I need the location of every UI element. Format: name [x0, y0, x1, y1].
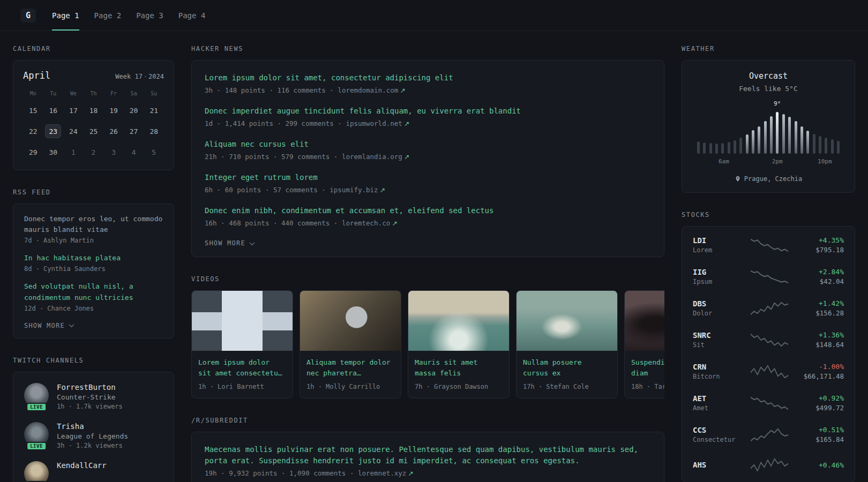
weather-bar — [739, 138, 742, 154]
rss-item-meta: 7d · Ashlyn Martin — [24, 237, 163, 244]
news-item-title[interactable]: Lorem ipsum dolor sit amet, consectetur … — [205, 72, 651, 84]
news-item-meta: 3h · 148 points · 116 comments · loremdo… — [205, 86, 651, 94]
calendar-day: 22 — [25, 124, 41, 138]
channel-name: ForrestBurton — [57, 383, 123, 391]
stock-sparkline — [751, 396, 788, 411]
video-title: Nullam posuere cursus ex — [517, 351, 617, 378]
stock-symbol-block: CCSConsectetur — [693, 426, 744, 443]
hackernews-card: Lorem ipsum dolor sit amet, consectetur … — [191, 60, 664, 257]
calendar-day: 15 — [25, 103, 41, 117]
tab-page-1[interactable]: Page 1 — [52, 0, 79, 31]
external-link-icon: ↗ — [408, 469, 413, 477]
twitch-channel-list: LIVEForrestBurtonCounter-Strike1h · 1.7k… — [24, 383, 163, 482]
stock-row[interactable]: IIGIpsum+2.84%$42.04 — [693, 261, 844, 292]
weather-feels-like: Feels like 5°C — [693, 85, 844, 93]
hackernews-show-more-button[interactable]: SHOW MORE — [205, 239, 254, 247]
channel-info: ForrestBurtonCounter-Strike1h · 1.7k vie… — [57, 383, 123, 410]
stock-row[interactable]: AHS+0.46% — [693, 450, 844, 479]
tab-page-4[interactable]: Page 4 — [178, 0, 206, 31]
stock-change: +1.36% — [795, 331, 844, 339]
tab-page-2[interactable]: Page 2 — [94, 0, 122, 31]
news-item-domain: loremnet.xyz — [358, 469, 406, 477]
stock-ticker: CRN — [693, 363, 744, 371]
news-item-title[interactable]: Donec imperdiet augue tincidunt felis al… — [205, 106, 651, 117]
video-meta: 17h · Stefan Cole — [517, 378, 617, 398]
news-item-domain: loremdomain.com — [338, 86, 398, 94]
stock-price: $42.04 — [795, 277, 844, 285]
video-card[interactable]: Suspendisse diam18h · Tara — [624, 290, 664, 398]
twitch-channel-row[interactable]: LIVEKendallCarr — [24, 461, 163, 482]
rss-item-title[interactable]: In hac habitasse platea — [24, 253, 163, 263]
avatar-wrap: LIVE — [24, 461, 49, 482]
news-item-title[interactable]: Integer eget rutrum lorem — [205, 172, 651, 183]
calendar-day: 23 — [45, 124, 61, 138]
stock-price: $795.18 — [795, 246, 844, 254]
stock-ticker: LDI — [693, 236, 744, 245]
weather-hour-label: 2pm — [772, 158, 783, 165]
subreddit-post-list: Maecenas mollis pulvinar erat non posuer… — [205, 444, 651, 477]
news-item-domain: loremlandia.org — [342, 153, 402, 161]
news-item-title[interactable]: Maecenas mollis pulvinar erat non posuer… — [205, 444, 651, 466]
video-card[interactable]: Nullam posuere cursus ex17h · Stefan Col… — [516, 290, 618, 398]
rss-show-more-button[interactable]: SHOW MORE — [24, 322, 73, 329]
video-card[interactable]: Lorem ipsum dolor sit amet consectetu…1h… — [191, 290, 293, 398]
stock-change: -1.00% — [795, 363, 844, 371]
rss-item-title[interactable]: Donec tempor eros leo, ut commodo mauris… — [24, 214, 163, 235]
weather-bar — [734, 140, 736, 154]
news-item-meta: 1d · 1,414 points · 299 comments · ipsum… — [205, 119, 651, 127]
calendar-day: 17 — [65, 103, 81, 117]
stock-name: Bitcorn — [693, 373, 744, 380]
weather-bar — [697, 141, 700, 154]
twitch-channel-row[interactable]: LIVETrishaLeague of Legends3h · 1.2k vie… — [24, 422, 163, 449]
calendar-day: 24 — [65, 124, 81, 138]
news-item-title[interactable]: Donec enim nibh, condimentum et accumsan… — [205, 205, 651, 216]
stock-row[interactable]: CRNBitcorn-1.00%$66,171.48 — [693, 356, 844, 387]
videos-widget-title: VIDEOS — [191, 275, 664, 283]
stock-name: Consectetur — [693, 436, 744, 443]
calendar-day: 28 — [146, 124, 162, 138]
news-item: Donec imperdiet augue tincidunt felis al… — [205, 106, 651, 127]
stock-row[interactable]: LDILorem+4.35%$795.18 — [693, 229, 844, 261]
stock-ticker: AET — [693, 394, 744, 403]
stock-sparkline — [751, 301, 788, 316]
rss-item-meta: 12d · Chance Jones — [24, 305, 163, 312]
weather-peak-temp-label: 9° — [774, 100, 781, 107]
calendar-day-header: Tu — [50, 91, 56, 96]
news-item-meta: 16h · 468 points · 440 comments · loremt… — [205, 219, 651, 227]
stock-sparkline — [751, 427, 788, 442]
app-logo[interactable]: G — [20, 9, 36, 22]
rss-item: In hac habitasse platea8d · Cynthia Saun… — [24, 253, 163, 273]
rss-item-title[interactable]: Sed volutpat nulla nisl, a condimentum n… — [24, 281, 163, 303]
calendar-day: 25 — [85, 124, 101, 138]
news-item-meta-text: 3h · 148 points · 116 comments · — [205, 86, 338, 94]
stock-row[interactable]: AETAmet+0.92%$499.72 — [693, 387, 844, 419]
twitch-widget: TWITCH CHANNELS LIVEForrestBurtonCounter… — [13, 357, 174, 482]
stocks-widget: STOCKS LDILorem+4.35%$795.18IIGIpsum+2.8… — [682, 211, 855, 482]
news-item-domain: loremtech.co — [342, 219, 390, 227]
news-item-title[interactable]: Aliquam nec cursus elit — [205, 139, 651, 150]
channel-meta: 1h · 1.7k viewers — [57, 403, 123, 410]
avatar-wrap: LIVE — [24, 422, 49, 447]
rss-item-meta: 8d · Cynthia Saunders — [24, 265, 163, 273]
weather-hour-label: 10pm — [818, 158, 832, 165]
weather-bar — [703, 142, 706, 154]
calendar-day-header: Su — [151, 91, 157, 96]
news-item: Lorem ipsum dolor sit amet, consectetur … — [205, 72, 651, 94]
twitch-channel-row[interactable]: LIVEForrestBurtonCounter-Strike1h · 1.7k… — [24, 383, 163, 410]
stock-price: $66,171.48 — [795, 372, 844, 380]
stock-name: Dolor — [693, 310, 744, 317]
stock-change: +1.42% — [795, 299, 844, 307]
video-card-row: Lorem ipsum dolor sit amet consectetu…1h… — [191, 290, 664, 398]
weather-bar — [837, 141, 840, 154]
stock-name: Amet — [693, 404, 744, 412]
video-card[interactable]: Aliquam tempor dolor nec pharetra…1h · M… — [300, 290, 401, 398]
stock-row[interactable]: CCSConsectetur+0.51%$165.84 — [693, 419, 844, 450]
stock-change: +2.84% — [795, 268, 844, 276]
stock-row[interactable]: DBSDolor+1.42%$156.28 — [693, 292, 844, 324]
tab-page-3[interactable]: Page 3 — [136, 0, 163, 31]
weather-bar — [819, 136, 821, 154]
video-card[interactable]: Mauris sit amet massa felis7h · Grayson … — [408, 290, 510, 398]
weather-hour-label: 6am — [719, 158, 729, 165]
stocks-widget-title: STOCKS — [682, 211, 855, 219]
stock-row[interactable]: SNRCSit+1.36%$148.64 — [693, 324, 844, 356]
